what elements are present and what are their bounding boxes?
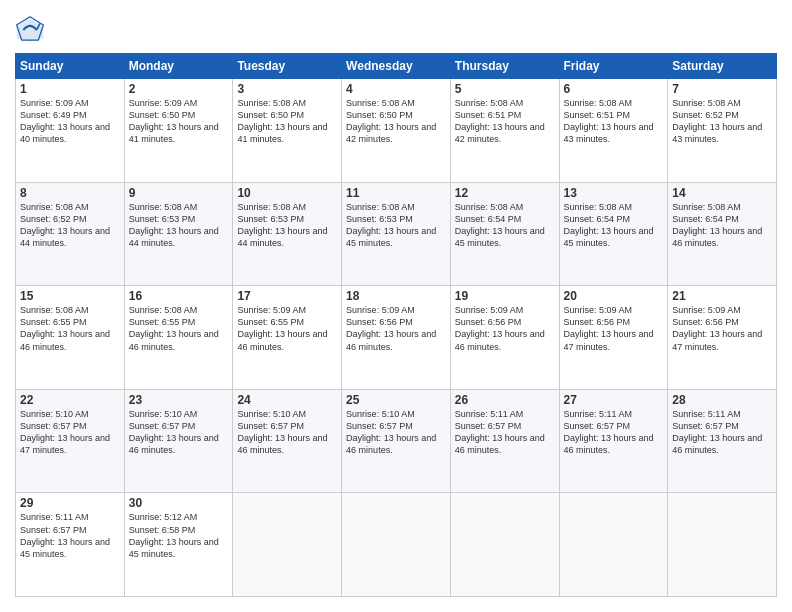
day-number: 14 (672, 186, 772, 200)
day-number: 27 (564, 393, 664, 407)
calendar-day-cell: 9 Sunrise: 5:08 AM Sunset: 6:53 PM Dayli… (124, 182, 233, 286)
calendar-day-cell: 19 Sunrise: 5:09 AM Sunset: 6:56 PM Dayl… (450, 286, 559, 390)
day-info: Sunrise: 5:11 AM Sunset: 6:57 PM Dayligh… (672, 408, 772, 457)
day-info: Sunrise: 5:09 AM Sunset: 6:56 PM Dayligh… (346, 304, 446, 353)
calendar-day-cell: 18 Sunrise: 5:09 AM Sunset: 6:56 PM Dayl… (342, 286, 451, 390)
logo (15, 15, 49, 45)
calendar-header-row: SundayMondayTuesdayWednesdayThursdayFrid… (16, 54, 777, 79)
day-number: 12 (455, 186, 555, 200)
day-number: 9 (129, 186, 229, 200)
day-number: 29 (20, 496, 120, 510)
day-info: Sunrise: 5:09 AM Sunset: 6:56 PM Dayligh… (564, 304, 664, 353)
calendar-week-row: 1 Sunrise: 5:09 AM Sunset: 6:49 PM Dayli… (16, 79, 777, 183)
calendar-day-cell: 3 Sunrise: 5:08 AM Sunset: 6:50 PM Dayli… (233, 79, 342, 183)
calendar-day-cell: 7 Sunrise: 5:08 AM Sunset: 6:52 PM Dayli… (668, 79, 777, 183)
calendar-day-cell: 6 Sunrise: 5:08 AM Sunset: 6:51 PM Dayli… (559, 79, 668, 183)
day-info: Sunrise: 5:08 AM Sunset: 6:55 PM Dayligh… (20, 304, 120, 353)
weekday-header: Sunday (16, 54, 125, 79)
calendar-day-cell: 10 Sunrise: 5:08 AM Sunset: 6:53 PM Dayl… (233, 182, 342, 286)
day-number: 13 (564, 186, 664, 200)
day-number: 28 (672, 393, 772, 407)
day-info: Sunrise: 5:11 AM Sunset: 6:57 PM Dayligh… (564, 408, 664, 457)
calendar-day-cell: 11 Sunrise: 5:08 AM Sunset: 6:53 PM Dayl… (342, 182, 451, 286)
day-number: 1 (20, 82, 120, 96)
calendar-day-cell: 1 Sunrise: 5:09 AM Sunset: 6:49 PM Dayli… (16, 79, 125, 183)
day-info: Sunrise: 5:09 AM Sunset: 6:49 PM Dayligh… (20, 97, 120, 146)
header (15, 15, 777, 45)
calendar-day-cell: 24 Sunrise: 5:10 AM Sunset: 6:57 PM Dayl… (233, 389, 342, 493)
day-info: Sunrise: 5:08 AM Sunset: 6:51 PM Dayligh… (455, 97, 555, 146)
calendar-day-cell: 28 Sunrise: 5:11 AM Sunset: 6:57 PM Dayl… (668, 389, 777, 493)
calendar-day-cell: 4 Sunrise: 5:08 AM Sunset: 6:50 PM Dayli… (342, 79, 451, 183)
day-info: Sunrise: 5:08 AM Sunset: 6:54 PM Dayligh… (455, 201, 555, 250)
day-info: Sunrise: 5:08 AM Sunset: 6:55 PM Dayligh… (129, 304, 229, 353)
day-info: Sunrise: 5:08 AM Sunset: 6:53 PM Dayligh… (237, 201, 337, 250)
calendar-day-cell: 26 Sunrise: 5:11 AM Sunset: 6:57 PM Dayl… (450, 389, 559, 493)
calendar-day-cell: 25 Sunrise: 5:10 AM Sunset: 6:57 PM Dayl… (342, 389, 451, 493)
calendar-week-row: 8 Sunrise: 5:08 AM Sunset: 6:52 PM Dayli… (16, 182, 777, 286)
day-info: Sunrise: 5:11 AM Sunset: 6:57 PM Dayligh… (20, 511, 120, 560)
weekday-header: Saturday (668, 54, 777, 79)
calendar-day-cell: 21 Sunrise: 5:09 AM Sunset: 6:56 PM Dayl… (668, 286, 777, 390)
page: SundayMondayTuesdayWednesdayThursdayFrid… (0, 0, 792, 612)
day-number: 5 (455, 82, 555, 96)
calendar-day-cell: 20 Sunrise: 5:09 AM Sunset: 6:56 PM Dayl… (559, 286, 668, 390)
calendar-week-row: 22 Sunrise: 5:10 AM Sunset: 6:57 PM Dayl… (16, 389, 777, 493)
day-info: Sunrise: 5:10 AM Sunset: 6:57 PM Dayligh… (346, 408, 446, 457)
day-info: Sunrise: 5:10 AM Sunset: 6:57 PM Dayligh… (237, 408, 337, 457)
calendar-table: SundayMondayTuesdayWednesdayThursdayFrid… (15, 53, 777, 597)
calendar-day-cell (668, 493, 777, 597)
calendar-day-cell: 8 Sunrise: 5:08 AM Sunset: 6:52 PM Dayli… (16, 182, 125, 286)
calendar-day-cell (559, 493, 668, 597)
weekday-header: Thursday (450, 54, 559, 79)
day-info: Sunrise: 5:08 AM Sunset: 6:54 PM Dayligh… (564, 201, 664, 250)
calendar-day-cell (450, 493, 559, 597)
day-number: 7 (672, 82, 772, 96)
day-number: 30 (129, 496, 229, 510)
calendar-day-cell (342, 493, 451, 597)
day-number: 19 (455, 289, 555, 303)
day-info: Sunrise: 5:10 AM Sunset: 6:57 PM Dayligh… (129, 408, 229, 457)
calendar-day-cell: 27 Sunrise: 5:11 AM Sunset: 6:57 PM Dayl… (559, 389, 668, 493)
day-info: Sunrise: 5:09 AM Sunset: 6:50 PM Dayligh… (129, 97, 229, 146)
weekday-header: Friday (559, 54, 668, 79)
day-number: 8 (20, 186, 120, 200)
day-number: 11 (346, 186, 446, 200)
day-number: 21 (672, 289, 772, 303)
day-number: 18 (346, 289, 446, 303)
day-number: 10 (237, 186, 337, 200)
day-number: 3 (237, 82, 337, 96)
calendar-day-cell: 30 Sunrise: 5:12 AM Sunset: 6:58 PM Dayl… (124, 493, 233, 597)
calendar-day-cell: 17 Sunrise: 5:09 AM Sunset: 6:55 PM Dayl… (233, 286, 342, 390)
day-info: Sunrise: 5:11 AM Sunset: 6:57 PM Dayligh… (455, 408, 555, 457)
day-info: Sunrise: 5:12 AM Sunset: 6:58 PM Dayligh… (129, 511, 229, 560)
day-info: Sunrise: 5:08 AM Sunset: 6:54 PM Dayligh… (672, 201, 772, 250)
day-info: Sunrise: 5:09 AM Sunset: 6:56 PM Dayligh… (672, 304, 772, 353)
day-number: 6 (564, 82, 664, 96)
calendar-day-cell: 5 Sunrise: 5:08 AM Sunset: 6:51 PM Dayli… (450, 79, 559, 183)
calendar-day-cell: 15 Sunrise: 5:08 AM Sunset: 6:55 PM Dayl… (16, 286, 125, 390)
day-info: Sunrise: 5:08 AM Sunset: 6:50 PM Dayligh… (346, 97, 446, 146)
calendar-day-cell: 2 Sunrise: 5:09 AM Sunset: 6:50 PM Dayli… (124, 79, 233, 183)
day-number: 4 (346, 82, 446, 96)
calendar-day-cell: 23 Sunrise: 5:10 AM Sunset: 6:57 PM Dayl… (124, 389, 233, 493)
calendar-day-cell: 14 Sunrise: 5:08 AM Sunset: 6:54 PM Dayl… (668, 182, 777, 286)
day-info: Sunrise: 5:08 AM Sunset: 6:53 PM Dayligh… (346, 201, 446, 250)
calendar-week-row: 29 Sunrise: 5:11 AM Sunset: 6:57 PM Dayl… (16, 493, 777, 597)
day-number: 2 (129, 82, 229, 96)
calendar-day-cell: 22 Sunrise: 5:10 AM Sunset: 6:57 PM Dayl… (16, 389, 125, 493)
calendar-day-cell (233, 493, 342, 597)
weekday-header: Wednesday (342, 54, 451, 79)
weekday-header: Tuesday (233, 54, 342, 79)
calendar-day-cell: 16 Sunrise: 5:08 AM Sunset: 6:55 PM Dayl… (124, 286, 233, 390)
calendar-day-cell: 12 Sunrise: 5:08 AM Sunset: 6:54 PM Dayl… (450, 182, 559, 286)
day-number: 15 (20, 289, 120, 303)
calendar-day-cell: 29 Sunrise: 5:11 AM Sunset: 6:57 PM Dayl… (16, 493, 125, 597)
weekday-header: Monday (124, 54, 233, 79)
day-number: 22 (20, 393, 120, 407)
day-number: 25 (346, 393, 446, 407)
day-number: 26 (455, 393, 555, 407)
day-number: 23 (129, 393, 229, 407)
day-info: Sunrise: 5:09 AM Sunset: 6:55 PM Dayligh… (237, 304, 337, 353)
calendar-day-cell: 13 Sunrise: 5:08 AM Sunset: 6:54 PM Dayl… (559, 182, 668, 286)
